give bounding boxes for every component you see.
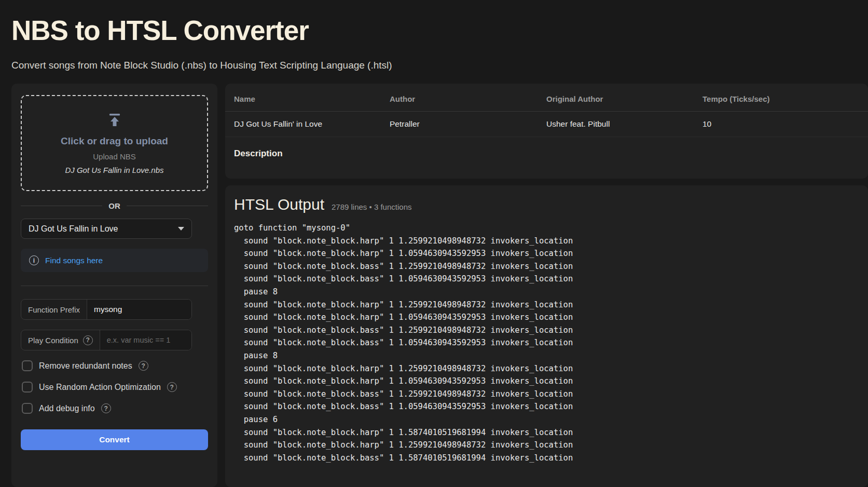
find-songs-banner: i Find songs here bbox=[21, 249, 208, 272]
play-condition-label-text: Play Condition bbox=[28, 336, 78, 345]
column-header-tempo: Tempo (Ticks/sec) bbox=[694, 84, 868, 112]
upload-label: Click or drag to upload bbox=[61, 136, 168, 147]
checkbox-remove-redundant-notes[interactable]: Remove redundant notes ? bbox=[22, 360, 208, 371]
checkbox-random-action-optimization[interactable]: Use Random Action Optimization ? bbox=[22, 382, 208, 393]
htsl-output-panel: HTSL Output 2789 lines • 3 functions got… bbox=[225, 185, 868, 487]
play-condition-input[interactable] bbox=[100, 330, 191, 350]
find-songs-link[interactable]: Find songs here bbox=[45, 256, 103, 265]
description-heading: Description bbox=[234, 148, 859, 159]
function-prefix-field: Function Prefix bbox=[21, 299, 192, 320]
checkbox-box[interactable] bbox=[22, 382, 33, 393]
song-info-panel: Name Author Original Author Tempo (Ticks… bbox=[225, 84, 868, 179]
divider-line bbox=[21, 206, 102, 206]
song-select[interactable]: DJ Got Us Fallin in Love bbox=[21, 219, 192, 239]
or-divider: OR bbox=[21, 201, 208, 210]
song-tempo-cell: 10 bbox=[694, 112, 868, 137]
section-divider bbox=[21, 286, 208, 286]
right-column: Name Author Original Author Tempo (Ticks… bbox=[225, 84, 868, 487]
uploaded-file-name: DJ Got Us Fallin in Love.nbs bbox=[65, 166, 163, 174]
song-table-header-row: Name Author Original Author Tempo (Ticks… bbox=[225, 84, 868, 112]
song-select-value: DJ Got Us Fallin in Love bbox=[29, 224, 118, 234]
page-title: NBS to HTSL Converter bbox=[11, 15, 868, 46]
divider-line bbox=[127, 206, 208, 206]
column-header-author: Author bbox=[381, 84, 538, 112]
function-prefix-label: Function Prefix bbox=[21, 305, 87, 314]
output-header: HTSL Output 2789 lines • 3 functions bbox=[234, 196, 859, 213]
song-author-cell: Petraller bbox=[381, 112, 538, 137]
checkbox-label: Use Random Action Optimization bbox=[39, 383, 161, 392]
function-prefix-input[interactable] bbox=[87, 300, 191, 319]
upload-icon bbox=[106, 112, 123, 130]
help-icon[interactable]: ? bbox=[101, 403, 111, 413]
help-icon[interactable]: ? bbox=[167, 382, 177, 392]
song-original-author-cell: Usher feat. Pitbull bbox=[538, 112, 694, 137]
checkbox-label: Remove redundant notes bbox=[39, 361, 132, 371]
page-root: NBS to HTSL Converter Convert songs from… bbox=[0, 0, 868, 487]
htsl-code: goto function "mysong-0" sound "block.no… bbox=[234, 222, 859, 464]
table-row: DJ Got Us Fallin' in Love Petraller Ushe… bbox=[225, 112, 868, 137]
checkbox-label: Add debug info bbox=[39, 404, 95, 413]
checkbox-box[interactable] bbox=[22, 360, 33, 371]
output-meta: 2789 lines • 3 functions bbox=[332, 202, 412, 211]
song-name-cell: DJ Got Us Fallin' in Love bbox=[225, 112, 381, 137]
or-label: OR bbox=[108, 201, 120, 210]
checkbox-add-debug-info[interactable]: Add debug info ? bbox=[22, 403, 208, 414]
help-icon[interactable]: ? bbox=[83, 335, 93, 345]
convert-button[interactable]: Convert bbox=[21, 429, 208, 450]
main-content: Click or drag to upload Upload NBS DJ Go… bbox=[11, 84, 868, 487]
page-subtitle: Convert songs from Note Block Studio (.n… bbox=[11, 60, 868, 71]
column-header-original-author: Original Author bbox=[538, 84, 694, 112]
output-title: HTSL Output bbox=[234, 196, 324, 213]
play-condition-field: Play Condition ? bbox=[21, 330, 192, 350]
column-header-name: Name bbox=[225, 84, 381, 112]
upload-sublabel: Upload NBS bbox=[93, 152, 136, 161]
play-condition-label: Play Condition ? bbox=[21, 335, 100, 345]
chevron-down-icon bbox=[178, 227, 184, 231]
checkbox-box[interactable] bbox=[22, 403, 33, 414]
converter-sidebar: Click or drag to upload Upload NBS DJ Go… bbox=[11, 84, 217, 487]
song-table: Name Author Original Author Tempo (Ticks… bbox=[225, 84, 868, 137]
info-icon: i bbox=[29, 255, 39, 265]
upload-dropzone[interactable]: Click or drag to upload Upload NBS DJ Go… bbox=[21, 95, 208, 191]
help-icon[interactable]: ? bbox=[139, 361, 148, 371]
